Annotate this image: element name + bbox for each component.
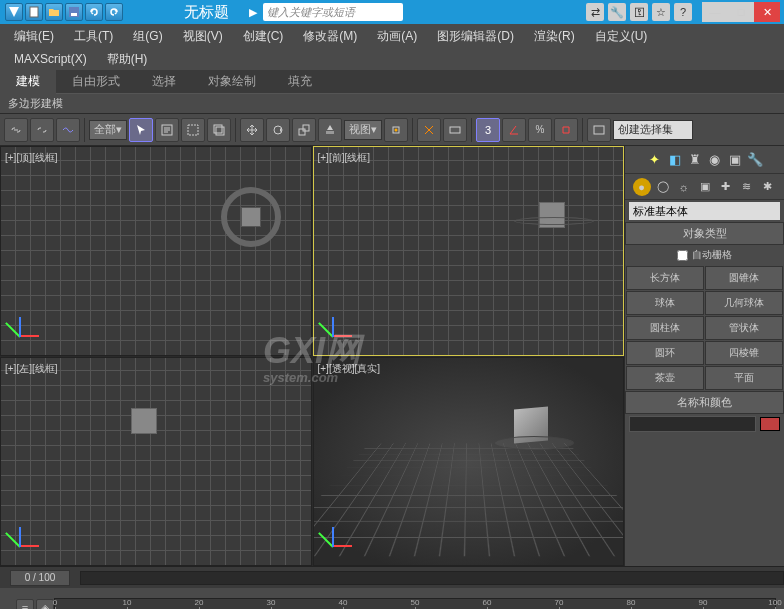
plane-button[interactable]: 平面 [705, 366, 783, 390]
placement-button[interactable] [318, 118, 342, 142]
menu-help[interactable]: 帮助(H) [97, 47, 158, 72]
object-name-input[interactable] [629, 416, 756, 432]
keyboard-shortcut-button[interactable] [443, 118, 467, 142]
menu-animation[interactable]: 动画(A) [367, 24, 427, 49]
viewport-left-label[interactable]: [+][左][线框] [5, 362, 58, 376]
object-color-swatch[interactable] [760, 417, 780, 431]
redo-button[interactable] [105, 3, 123, 21]
lights-icon[interactable]: ☼ [675, 178, 693, 196]
select-region-button[interactable] [181, 118, 205, 142]
helpers-icon[interactable]: ✚ [717, 178, 735, 196]
cameras-icon[interactable]: ▣ [696, 178, 714, 196]
rotate-button[interactable] [266, 118, 290, 142]
named-selection-dropdown[interactable]: 创建选择集 [613, 120, 693, 140]
infocenter-toggle-icon[interactable]: ⇄ [586, 3, 604, 21]
menu-customize[interactable]: 自定义(U) [585, 24, 658, 49]
track-key-button[interactable]: ◈ [36, 599, 54, 609]
viewport-persp-label[interactable]: [+][透视][真实] [318, 362, 381, 376]
menu-edit[interactable]: 编辑(E) [4, 24, 64, 49]
window-crossing-button[interactable] [207, 118, 231, 142]
bind-spacewarp-button[interactable] [56, 118, 80, 142]
tube-button[interactable]: 管状体 [705, 316, 783, 340]
cylinder-button[interactable]: 圆柱体 [626, 316, 704, 340]
key-icon[interactable]: ⚿ [630, 3, 648, 21]
help-search-input[interactable]: 键入关键字或短语 [263, 3, 403, 21]
name-color-rollout[interactable]: 名称和颜色 [625, 391, 784, 414]
manipulate-button[interactable] [417, 118, 441, 142]
viewport-front-label[interactable]: [+][前][线框] [318, 151, 371, 165]
modify-tab-icon[interactable]: ◧ [666, 151, 684, 169]
spacewarps-icon[interactable]: ≋ [738, 178, 756, 196]
select-object-button[interactable] [129, 118, 153, 142]
ribbon-tab-modeling[interactable]: 建模 [0, 69, 56, 94]
edit-named-selection-button[interactable] [587, 118, 611, 142]
spinner-snap-button[interactable] [554, 118, 578, 142]
unlink-button[interactable] [30, 118, 54, 142]
link-button[interactable] [4, 118, 28, 142]
pivot-center-button[interactable] [384, 118, 408, 142]
cone-button[interactable]: 圆锥体 [705, 266, 783, 290]
ref-coord-dropdown[interactable]: 视图 ▾ [344, 120, 382, 140]
time-slider-handle[interactable]: 0 / 100 [10, 570, 70, 586]
selection-filter-dropdown[interactable]: 全部 ▾ [89, 120, 127, 140]
ribbon-tab-freeform[interactable]: 自由形式 [56, 69, 136, 94]
sphere-button[interactable]: 球体 [626, 291, 704, 315]
utilities-tab-icon[interactable]: 🔧 [746, 151, 764, 169]
viewport-top[interactable]: [+][顶][线框] [0, 146, 312, 356]
menu-views[interactable]: 视图(V) [173, 24, 233, 49]
menu-create[interactable]: 创建(C) [233, 24, 294, 49]
scale-button[interactable] [292, 118, 316, 142]
track-filter-button[interactable]: ≡ [16, 599, 34, 609]
menu-modifiers[interactable]: 修改器(M) [293, 24, 367, 49]
geosphere-button[interactable]: 几何球体 [705, 291, 783, 315]
app-menu-button[interactable] [5, 3, 23, 21]
viewport-front[interactable]: [+][前][线框] [313, 146, 625, 356]
main-area: [+][顶][线框] [+][前][线框] [+][左][线框] [+][透视]… [0, 146, 784, 566]
percent-snap-button[interactable]: % [528, 118, 552, 142]
menu-group[interactable]: 组(G) [123, 24, 172, 49]
hierarchy-tab-icon[interactable]: ♜ [686, 151, 704, 169]
geometry-icon[interactable]: ● [633, 178, 651, 196]
shapes-icon[interactable]: ◯ [654, 178, 672, 196]
primitive-category-dropdown[interactable]: 标准基本体 [629, 202, 780, 220]
motion-tab-icon[interactable]: ◉ [706, 151, 724, 169]
menu-tools[interactable]: 工具(T) [64, 24, 123, 49]
create-tab-icon[interactable]: ✦ [646, 151, 664, 169]
viewport-object-circle[interactable] [221, 187, 281, 247]
time-ruler[interactable]: 0102030405060708090100 [54, 598, 776, 609]
ribbon-tab-populate[interactable]: 填充 [272, 69, 328, 94]
menu-render[interactable]: 渲染(R) [524, 24, 585, 49]
box-button[interactable]: 长方体 [626, 266, 704, 290]
angle-snap-button[interactable] [502, 118, 526, 142]
move-button[interactable] [240, 118, 264, 142]
menu-graph-editors[interactable]: 图形编辑器(D) [427, 24, 524, 49]
ribbon-tab-object-paint[interactable]: 对象绘制 [192, 69, 272, 94]
display-tab-icon[interactable]: ▣ [726, 151, 744, 169]
torus-button[interactable]: 圆环 [626, 341, 704, 365]
menu-maxscript[interactable]: MAXScript(X) [4, 48, 97, 70]
save-file-button[interactable] [65, 3, 83, 21]
snap-toggle-button[interactable]: 3 [476, 118, 500, 142]
object-type-rollout[interactable]: 对象类型 [625, 222, 784, 245]
viewport-object-cube[interactable] [131, 408, 157, 434]
select-by-name-button[interactable] [155, 118, 179, 142]
ribbon-tab-selection[interactable]: 选择 [136, 69, 192, 94]
auto-grid-checkbox[interactable] [677, 250, 688, 261]
close-button[interactable]: ✕ [754, 2, 780, 22]
open-file-button[interactable] [45, 3, 63, 21]
systems-icon[interactable]: ✱ [759, 178, 777, 196]
time-track[interactable] [80, 571, 784, 585]
minimize-button[interactable]: — [702, 2, 728, 22]
viewport-perspective[interactable]: [+][透视][真实] [313, 357, 625, 567]
wrench-icon[interactable]: 🔧 [608, 3, 626, 21]
new-file-button[interactable] [25, 3, 43, 21]
maximize-button[interactable]: □ [728, 2, 754, 22]
viewport-left[interactable]: [+][左][线框] [0, 357, 312, 567]
undo-button[interactable] [85, 3, 103, 21]
svg-point-12 [395, 128, 398, 131]
star-icon[interactable]: ☆ [652, 3, 670, 21]
pyramid-button[interactable]: 四棱锥 [705, 341, 783, 365]
teapot-button[interactable]: 茶壶 [626, 366, 704, 390]
help-icon[interactable]: ? [674, 3, 692, 21]
viewport-top-label[interactable]: [+][顶][线框] [5, 151, 58, 165]
